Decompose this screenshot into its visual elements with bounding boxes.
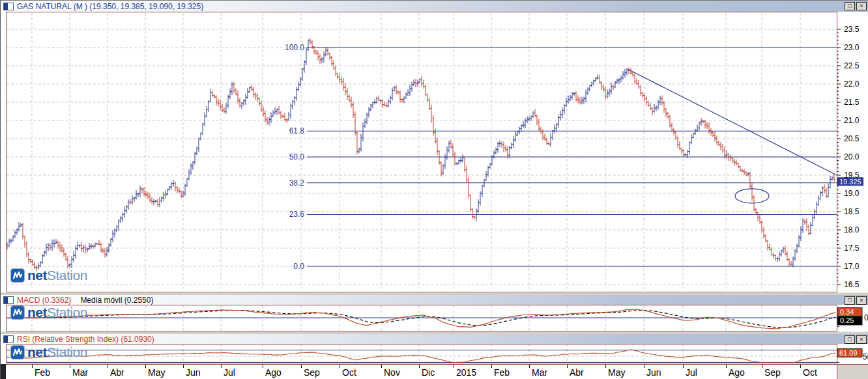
maximize-button[interactable]: □ [845, 2, 855, 10]
rsi-value-label: 61.09 [839, 349, 858, 357]
month-label: May [608, 367, 625, 378]
month-tick [683, 365, 684, 368]
macd-panel-titlebar[interactable]: MACD (0.3362) Media móvil (0.2550) □ × [1, 295, 868, 305]
signal-line [7, 311, 835, 328]
price-tick-label: 19.0 [844, 189, 860, 198]
month-label: Abr [110, 367, 124, 378]
main-chart-titlebar[interactable]: GAS NATURAL (M ) (19.350, 19.385, 19.090… [1, 1, 868, 12]
month-tick [800, 365, 801, 368]
maximize-button[interactable]: □ [845, 296, 855, 305]
month-gridlines [32, 344, 800, 363]
fib-level-label: 50.0 [289, 152, 305, 161]
rsi-chart-canvas[interactable]: 61.0950 [1, 344, 868, 364]
price-tick-label: 20.5 [844, 134, 860, 143]
month-label: Jun [646, 367, 661, 378]
month-tick [145, 365, 146, 368]
month-tick [605, 365, 606, 368]
price-tick-label: 23.5 [844, 25, 860, 34]
month-label: Dic [422, 367, 435, 378]
month-label: Oct [342, 367, 356, 378]
month-tick [263, 365, 263, 368]
price-tick-label: 21.0 [844, 116, 860, 125]
main-price-chart-canvas[interactable]: 100.061.850.038.223.60.016.517.017.518.0… [1, 12, 868, 292]
maximize-button[interactable]: □ [845, 335, 855, 344]
price-tick-label: 21.5 [844, 98, 860, 107]
month-tick [567, 365, 568, 368]
month-tick [70, 365, 70, 368]
month-tick [108, 365, 108, 368]
month-label: Ago [265, 367, 282, 378]
price-tick-label: 17.0 [844, 262, 860, 271]
price-tick-label: 22.5 [844, 61, 860, 70]
month-label: Oct [803, 367, 817, 378]
close-button[interactable]: × [856, 2, 867, 10]
fib-level-label: 61.8 [289, 126, 305, 135]
price-tick-label: 22.0 [844, 79, 860, 89]
last-price-marker: 19.325 [837, 177, 863, 186]
macd-lines [7, 309, 835, 329]
chart-window-icon [3, 335, 14, 343]
macd-value-label: 0.34 [840, 308, 854, 316]
month-tick [491, 365, 492, 368]
month-tick [762, 365, 762, 368]
month-label: 2015 [456, 367, 476, 378]
month-tick [726, 365, 727, 368]
month-tick [340, 365, 340, 368]
month-label: Jun [186, 367, 201, 378]
month-label: May [148, 367, 165, 378]
main-chart-title: GAS NATURAL (M ) (19.350, 19.385, 19.090… [17, 2, 203, 11]
month-label: Mar [72, 367, 88, 378]
macd-zero-label: 0 [864, 313, 868, 322]
ohlc-bars [6, 38, 835, 272]
month-tick [529, 365, 530, 368]
month-tick [221, 365, 222, 368]
netstation-workspace: GAS NATURAL (M ) (19.350, 19.385, 19.090… [0, 0, 868, 379]
macd-line [7, 309, 835, 329]
axis-right-filler [837, 365, 868, 379]
rsi-title: RSI (Relative Strength Index) (61.0930) [17, 335, 154, 344]
price-tick-label: 23.0 [844, 43, 860, 52]
macd-signal-label: 0.25 [840, 316, 854, 324]
month-tick [183, 365, 184, 368]
month-label: Ago [729, 367, 745, 378]
month-tick [454, 365, 454, 368]
month-tick [381, 365, 382, 368]
rsi-panel-titlebar[interactable]: RSI (Relative Strength Index) (61.0930) … [1, 334, 868, 344]
month-tick [32, 365, 33, 368]
time-axis[interactable]: FebMarAbrMayJunJulAgoSepOctNovDic2015Feb… [1, 364, 868, 379]
price-tick-label: 16.5 [844, 280, 860, 289]
macd-subtitle: Media móvil (0.2550) [80, 296, 153, 305]
fib-level-label: 0.0 [293, 262, 304, 271]
price-tick-label: 20.0 [844, 152, 860, 161]
month-label: Feb [35, 367, 50, 378]
month-label: Feb [494, 367, 510, 378]
month-gridlines [32, 13, 800, 291]
svg-text:19.325: 19.325 [839, 178, 861, 186]
month-label: Nov [384, 367, 400, 378]
chart-window-icon [3, 3, 14, 10]
axis-corner-block [1, 364, 6, 379]
month-label: Abr [570, 367, 584, 378]
close-button[interactable]: × [856, 335, 867, 344]
fib-level-label: 100.0 [285, 43, 304, 52]
month-label: Jul [686, 367, 697, 378]
month-label: Sep [304, 367, 320, 378]
macd-chart-canvas[interactable]: 0.340.250 [1, 305, 868, 331]
price-tick-label: 18.5 [844, 207, 860, 216]
price-tick-label: 17.5 [844, 244, 860, 253]
fib-level-label: 23.6 [289, 210, 305, 219]
macd-title: MACD (0.3362) [17, 296, 71, 305]
rsi-mid-label: 50 [863, 352, 868, 361]
close-button[interactable]: × [856, 296, 867, 305]
price-tick-label: 18.0 [844, 225, 860, 234]
month-label: Jul [224, 367, 235, 378]
fib-level-label: 38.2 [289, 178, 305, 188]
month-label: Sep [764, 367, 781, 378]
month-tick [419, 365, 420, 368]
chart-window-icon [3, 296, 14, 304]
month-tick [644, 365, 644, 368]
fibonacci-retracement: 100.061.850.038.223.60.0 [285, 43, 837, 271]
month-label: Mar [532, 367, 547, 378]
month-tick [301, 365, 302, 368]
axis-end-line [837, 365, 837, 379]
